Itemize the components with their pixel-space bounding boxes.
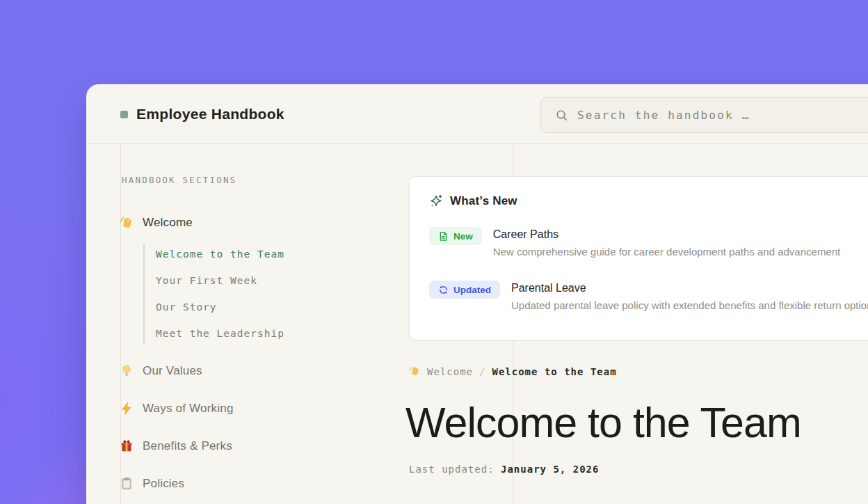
gift-icon (120, 439, 134, 454)
sidebar-item-label: Ways of Working (143, 402, 234, 416)
breadcrumb: Welcome / Welcome to the Team (409, 365, 617, 377)
sidebar-item-policies[interactable]: Policies (120, 475, 184, 493)
last-updated-value: January 5, 2026 (501, 464, 599, 475)
badge-label: New (453, 231, 473, 242)
zap-icon (120, 402, 134, 416)
search-input[interactable] (577, 109, 868, 122)
sidebar-item-label: Welcome (143, 216, 193, 230)
updated-badge: Updated (429, 281, 500, 299)
badge-label: Updated (453, 285, 491, 295)
sidebar-item-label: Policies (143, 477, 184, 491)
wave-icon (120, 216, 134, 230)
new-badge: New (429, 227, 482, 245)
app-header: Employee Handbook (86, 84, 868, 144)
whats-new-item-parental-leave[interactable]: Updated Parental Leave Updated parental … (429, 281, 868, 311)
desktop-background: Employee Handbook HANDBOOK SECTIONS (0, 0, 868, 504)
lightbulb-icon (120, 364, 134, 379)
app-title: Employee Handbook (136, 84, 284, 144)
subnav-item-meet-the-leadership[interactable]: Meet the Leadership (156, 327, 284, 340)
last-updated: Last updated: January 5, 2026 (409, 464, 599, 475)
document-icon (438, 231, 449, 242)
sidebar-item-benefits-perks[interactable]: Benefits & Perks (120, 437, 232, 455)
handbook-window: Employee Handbook HANDBOOK SECTIONS (86, 84, 868, 504)
whats-new-item-title: Career Paths (493, 227, 840, 242)
subnav-item-welcome-to-the-team[interactable]: Welcome to the Team (156, 248, 284, 260)
sidebar-item-our-values[interactable]: Our Values (120, 362, 202, 380)
sidebar-item-label: Benefits & Perks (143, 439, 232, 453)
breadcrumb-separator: / (479, 366, 485, 377)
sidebar-item-welcome[interactable]: Welcome (120, 214, 193, 232)
refresh-icon (438, 285, 449, 295)
whats-new-item-description: Updated parental leave policy with exten… (511, 299, 868, 311)
sidebar-item-ways-of-working[interactable]: Ways of Working (120, 400, 234, 418)
whats-new-item-description: New comprehensive guide for career devel… (493, 246, 840, 258)
app-logo (120, 111, 128, 118)
search-box[interactable] (540, 97, 868, 133)
subnav-item-our-story[interactable]: Our Story (156, 301, 217, 313)
breadcrumb-current-page: Welcome to the Team (492, 366, 616, 377)
whats-new-item-career-paths[interactable]: New Career Paths New comprehensive guide… (429, 227, 868, 258)
subnav-item-your-first-week[interactable]: Your First Week (156, 274, 257, 287)
breadcrumb-section-link[interactable]: Welcome (427, 366, 473, 377)
clipboard-icon (120, 477, 134, 491)
sidebar-item-label: Our Values (143, 364, 202, 378)
subnav-indent-line (143, 244, 145, 344)
sidebar-section-label: HANDBOOK SECTIONS (122, 175, 236, 185)
whats-new-title: What’s New (450, 194, 517, 208)
search-icon (555, 109, 568, 122)
last-updated-label: Last updated: (409, 464, 495, 475)
whats-new-panel: What’s New New Career Paths New com (409, 176, 868, 340)
wave-icon (409, 365, 421, 377)
whats-new-header: What’s New (429, 194, 868, 208)
sparkles-icon (429, 194, 443, 208)
page-title: Welcome to the Team (405, 398, 801, 447)
whats-new-item-title: Parental Leave (511, 281, 868, 296)
